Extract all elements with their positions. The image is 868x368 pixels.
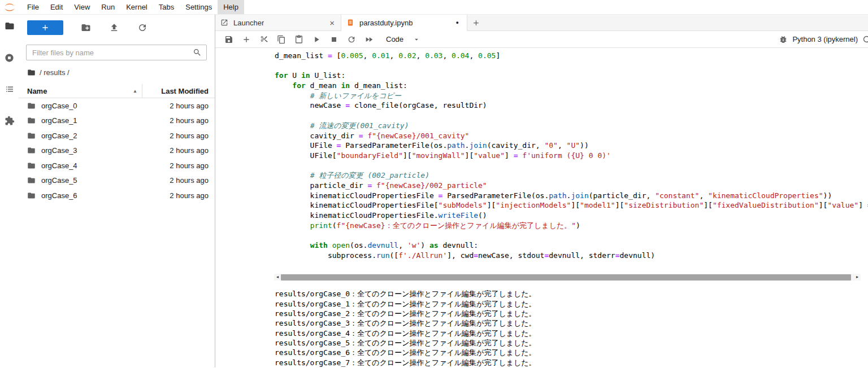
horizontal-scrollbar[interactable]: ◂ ▸: [274, 274, 861, 281]
file-modified: 2 hours ago: [170, 102, 215, 110]
menubar: FileEditViewRunKernelTabsSettingsHelp: [0, 0, 868, 15]
breadcrumb-home-icon[interactable]: [27, 68, 36, 77]
folder-icon: [27, 191, 36, 200]
interrupt-kernel-button[interactable]: [329, 34, 339, 45]
extension-manager-tab-icon[interactable]: [4, 115, 15, 126]
menu-tabs[interactable]: Tabs: [153, 0, 180, 14]
file-modified: 2 hours ago: [170, 116, 215, 125]
file-modified: 2 hours ago: [170, 176, 215, 185]
kernel-area: Python 3 (ipykernel): [779, 35, 868, 44]
app-body: / results / Name ▲ Last Modified orgCase…: [0, 15, 868, 367]
file-modified: 2 hours ago: [170, 191, 215, 200]
menu-settings[interactable]: Settings: [180, 0, 218, 14]
notebook-icon: [346, 19, 355, 27]
scroll-right-icon[interactable]: ▸: [854, 274, 861, 281]
dock-tabbar: Launcher × parastduty.ipynb ●: [215, 15, 868, 31]
run-cell-button[interactable]: [311, 34, 322, 45]
save-button[interactable]: [224, 34, 234, 45]
folder-icon: [27, 101, 36, 110]
file-modified: 2 hours ago: [170, 161, 215, 170]
code-line: [275, 61, 868, 71]
add-tab-button[interactable]: [467, 15, 484, 30]
cut-cells-button[interactable]: [259, 34, 269, 45]
cell-type-dropdown[interactable]: Code: [386, 35, 420, 43]
kernel-name[interactable]: Python 3 (ipykernel): [792, 35, 858, 43]
tab-notebook[interactable]: parastduty.ipynb ●: [341, 15, 467, 31]
output-line: results/orgCase_3：全てのクローン操作とファイル編集が完了しまし…: [275, 318, 868, 328]
filter-files-box: [26, 45, 207, 60]
file-row[interactable]: orgCase_62 hours ago: [19, 188, 215, 203]
menu-view[interactable]: View: [68, 0, 96, 14]
code-line: kinematicCloudPropertiesFile["subModels"…: [275, 200, 868, 211]
file-name: orgCase_3: [41, 146, 170, 155]
code-line: kinematicCloudPropertiesFile = ParsedPar…: [275, 191, 868, 201]
restart-run-all-button[interactable]: [364, 34, 374, 45]
file-row[interactable]: orgCase_22 hours ago: [19, 128, 215, 143]
menu-items: FileEditViewRunKernelTabsSettingsHelp: [21, 0, 244, 14]
file-list: orgCase_02 hours agoorgCase_12 hours ago…: [19, 98, 215, 367]
menu-run[interactable]: Run: [96, 0, 120, 14]
refresh-button[interactable]: [137, 22, 148, 33]
code-line: for d_mean in d_mean_list:: [275, 81, 868, 91]
tab-launcher[interactable]: Launcher ×: [215, 15, 341, 30]
name-column-label: Name: [27, 87, 47, 95]
file-browser-tab-icon[interactable]: [4, 20, 15, 32]
restart-kernel-button[interactable]: [346, 34, 357, 45]
jupyter-logo-icon: [3, 0, 16, 14]
paste-cells-button[interactable]: [294, 34, 304, 45]
file-name: orgCase_5: [41, 176, 170, 185]
file-name: orgCase_6: [41, 191, 170, 200]
search-icon: [193, 48, 202, 57]
file-row[interactable]: orgCase_02 hours ago: [19, 98, 215, 113]
upload-button[interactable]: [108, 22, 120, 33]
file-row[interactable]: orgCase_52 hours ago: [19, 173, 215, 189]
new-folder-button[interactable]: [80, 22, 92, 33]
file-row[interactable]: orgCase_32 hours ago: [19, 143, 215, 159]
launcher-icon: [220, 19, 229, 27]
insert-cell-button[interactable]: [241, 34, 251, 45]
breadcrumb[interactable]: / results /: [27, 68, 215, 77]
name-column-header[interactable]: Name ▲: [27, 84, 142, 98]
file-name: orgCase_4: [41, 161, 170, 170]
code-line: kinematicCloudPropertiesFile.writeFile(): [275, 211, 868, 221]
breadcrumb-path[interactable]: / results /: [40, 68, 70, 77]
close-tab-icon[interactable]: ×: [328, 19, 336, 27]
code-line: for U in U_list:: [275, 71, 868, 81]
output-line: results/orgCase_6：全てのクローン操作とファイル編集が完了しまし…: [275, 348, 868, 357]
scroll-left-icon[interactable]: ◂: [274, 274, 281, 281]
running-sessions-tab-icon[interactable]: [4, 52, 15, 63]
notebook-panel: d_mean_list = [0.005, 0.01, 0.02, 0.03, …: [215, 48, 868, 367]
scrollbar-thumb[interactable]: [281, 274, 851, 281]
output-line: results/orgCase_4：全てのクローン操作とファイル編集が完了しまし…: [275, 328, 868, 338]
unsaved-dot-icon[interactable]: ●: [453, 20, 462, 25]
menu-kernel[interactable]: Kernel: [120, 0, 153, 14]
code-line: cavity_dir = f"{newCase}/001_cavity": [275, 131, 868, 141]
debugger-icon[interactable]: [779, 35, 788, 44]
menu-help[interactable]: Help: [218, 0, 244, 14]
menu-file[interactable]: File: [21, 0, 45, 14]
file-row[interactable]: orgCase_42 hours ago: [19, 158, 215, 173]
file-list-header: Name ▲ Last Modified: [19, 84, 215, 98]
filter-files-input[interactable]: [32, 49, 193, 57]
copy-cells-button[interactable]: [276, 34, 287, 45]
kernel-status-icon: [862, 35, 868, 43]
file-name: orgCase_0: [41, 102, 170, 110]
modified-column-header[interactable]: Last Modified: [142, 87, 215, 95]
code-line: with open(os.devnull, 'w') as devnull:: [275, 240, 868, 251]
code-line: newCase = clone_file(orgCase, resultDir): [275, 100, 868, 111]
tab-label: Launcher: [233, 19, 264, 27]
file-row[interactable]: orgCase_12 hours ago: [19, 113, 215, 129]
code-line: [275, 161, 868, 171]
table-of-contents-tab-icon[interactable]: [4, 84, 15, 95]
notebook-toolbar: Code Python 3 (ipykernel): [215, 31, 868, 48]
chevron-down-icon: [413, 36, 420, 43]
code-line: d_mean_list = [0.005, 0.01, 0.02, 0.03, …: [275, 51, 868, 61]
output-line: results/orgCase_2：全てのクローン操作とファイル編集が完了しまし…: [275, 309, 868, 318]
code-editor[interactable]: d_mean_list = [0.005, 0.01, 0.02, 0.03, …: [215, 48, 868, 260]
new-launcher-button[interactable]: [27, 20, 63, 35]
cell-type-label: Code: [386, 35, 403, 43]
menu-edit[interactable]: Edit: [45, 0, 68, 14]
file-modified: 2 hours ago: [170, 132, 215, 140]
main-content: Launcher × parastduty.ipynb ●: [215, 15, 868, 367]
folder-icon: [27, 146, 36, 155]
